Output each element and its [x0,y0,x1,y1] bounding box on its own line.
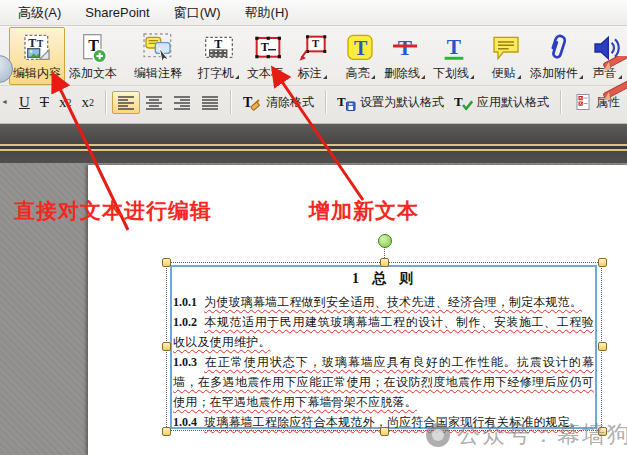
watermark-text: 公众号：幕墙狗狗 [457,419,627,450]
clear-format-button[interactable]: T 清除格式 [237,89,319,115]
svg-text:T: T [354,37,368,59]
edit-content-button[interactable]: T T 编辑内容 [9,27,65,85]
align-right-button[interactable] [168,91,196,114]
dropdown-mark-icon [470,75,474,79]
resize-handle-bottom-left[interactable] [162,427,171,436]
note-button[interactable]: 便贴 [486,27,526,85]
paperclip-icon [541,30,573,66]
align-justify-button[interactable] [196,91,224,114]
properties-icon [574,93,592,111]
edit-content-label: 编辑内容 [13,66,61,80]
menu-bar: 高级(A) SharePoint 窗口(W) 帮助(H) [0,0,627,26]
strikeout-button[interactable]: T 删除线 [380,27,429,85]
dropdown-mark-icon [579,75,583,79]
align-center-icon [145,95,163,110]
pencil-icon [602,78,627,103]
highlight-label: 高亮 [346,66,375,80]
edit-comment-label: 编辑注释 [134,66,182,80]
document-text-block[interactable]: 1 总 则 1.0.1为使玻璃幕墙工程做到安全适用、技术先进、经济合理，制定本规… [173,268,594,432]
typewriter-label: 打字机 [198,66,239,80]
textbox-label: 文本框 [247,66,288,80]
toolbar-area: ◄ T T 编辑内容 T [0,26,627,124]
resize-handle-top-right[interactable] [598,258,607,267]
strikeout-icon: T [389,30,421,66]
svg-text:T: T [312,38,319,49]
edit-comment-icon [142,30,174,66]
toolbar-row-edit: T T 编辑内容 T 添加文本 [0,26,627,85]
align-center-button[interactable] [140,91,168,114]
menu-advanced[interactable]: 高级(A) [6,0,73,25]
svg-text:T: T [37,39,44,49]
attachment-label: 添加附件 [530,66,583,80]
document-title: 1 总 则 [173,270,594,288]
clear-format-label: 清除格式 [266,94,314,111]
doc-paragraph-101: 1.0.1为使玻璃幕墙工程做到安全适用、技术先进、经济合理，制定本规范。 [173,292,594,312]
underline-text-label: 下划线 [433,66,474,80]
align-right-icon [173,95,191,110]
doc-paragraph-102: 1.0.2本规范适用于民用建筑玻璃幕墙工程的设计、制作、安装施工、工程验收以及使… [173,312,594,352]
set-default-format-label: 设置为默认格式 [360,94,444,111]
menu-sharepoint[interactable]: SharePoint [73,0,161,25]
toolbar-row-format: U T x2 x2 T [0,85,627,118]
add-text-icon: T [77,30,109,66]
toolbar-separator [230,90,231,114]
add-text-label: 添加文本 [69,66,117,80]
dropdown-mark-icon [517,75,521,79]
strikethrough-format-button[interactable]: T [35,90,54,115]
attachment-button[interactable]: 添加附件 [526,27,587,85]
pdf-editor-window: { "menu_bar": { "items": [ {"label": "高级… [0,0,627,455]
resize-handle-mid-right[interactable] [598,342,607,351]
apply-default-format-icon: T [454,93,473,111]
add-text-button[interactable]: T 添加文本 [65,27,121,85]
set-default-format-button[interactable]: T 设置为默认格式 [332,89,449,115]
resize-handle-top-left[interactable] [162,258,171,267]
doc-paragraph-103: 1.0.3在正常使用状态下，玻璃幕墙应具有良好的工作性能。抗震设计的幕墙，在多遇… [173,352,594,412]
textbox-icon: T [252,30,284,66]
subscript-button[interactable]: x2 [54,90,77,115]
set-default-format-icon: T [337,93,356,111]
menu-window[interactable]: 窗口(W) [162,0,233,25]
toolbar-separator [560,90,561,114]
edit-comment-button[interactable]: 编辑注释 [130,27,186,85]
toolbar-separator [105,90,106,114]
svg-text:T: T [446,35,460,59]
resize-handle-top-center[interactable] [380,258,389,267]
align-justify-icon [201,95,219,110]
textbox-button[interactable]: T 文本框 [243,27,292,85]
highlight-button[interactable]: T 高亮 [340,27,380,85]
clear-format-icon: T [242,93,262,111]
gold-double-line [0,144,627,152]
underline-format-button[interactable]: U [14,90,35,115]
svg-text:T: T [454,94,463,109]
highlight-icon: T [344,30,376,66]
dropdown-mark-icon [284,75,288,79]
dropdown-mark-icon [235,75,239,79]
edit-text-hint: 直接对文本进行编辑 [14,197,212,225]
toolbar-separator [325,90,326,114]
strikeout-label: 删除线 [384,66,425,80]
callout-label: 标注 [298,66,327,80]
svg-text:T: T [260,40,268,54]
callout-button[interactable]: T 标注 [292,27,332,85]
typewriter-button[interactable]: T 打字机 [194,27,243,85]
pencil-tools-clipped[interactable] [591,56,627,118]
resize-handle-mid-left[interactable] [162,342,171,351]
rotation-handle[interactable] [378,234,392,248]
add-text-hint: 增加新文本 [309,197,419,225]
dropdown-mark-icon [371,75,375,79]
resize-handle-bottom-center[interactable] [380,427,389,436]
underline-text-button[interactable]: T 下划线 [429,27,478,85]
dropdown-mark-icon [323,75,327,79]
edit-content-icon: T T [21,30,53,66]
svg-text:T: T [214,37,222,51]
pencil-icon [602,56,627,73]
svg-text:T: T [337,94,346,109]
superscript-button[interactable]: x2 [77,90,100,115]
align-left-button[interactable] [112,91,140,114]
menu-help[interactable]: 帮助(H) [233,0,301,25]
svg-text:T: T [28,36,36,50]
note-label: 便贴 [492,66,521,80]
watermark-logo-icon [426,423,450,447]
toolbar-overflow-chevron[interactable]: ◄ [1,98,8,105]
apply-default-format-button[interactable]: T 应用默认格式 [449,89,554,115]
